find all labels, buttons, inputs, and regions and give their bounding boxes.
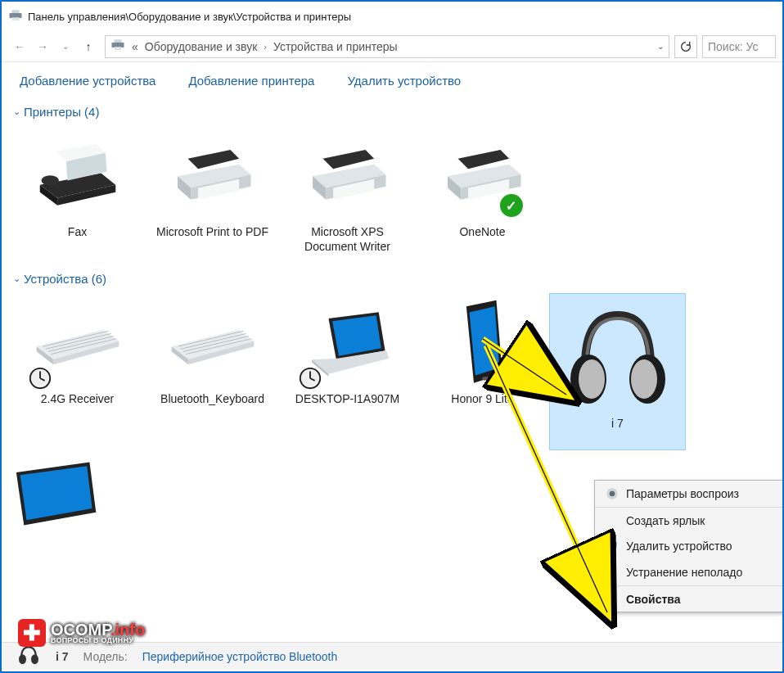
group-title-devices: Устройства (6): [24, 272, 106, 286]
refresh-button[interactable]: [674, 35, 697, 58]
add-device-link[interactable]: Добавление устройства: [20, 74, 155, 88]
menu-item-properties[interactable]: Свойства: [595, 585, 784, 612]
device-item-headphones[interactable]: i 7: [550, 294, 685, 449]
title-bar: Панель управления\Оборудование и звук\Ус…: [2, 2, 782, 31]
device-item-fax[interactable]: Fax: [10, 127, 145, 259]
device-label: Bluetooth_Keyboard: [160, 392, 264, 407]
search-input[interactable]: Поиск: Ус: [702, 35, 776, 58]
device-label: Microsoft Print to PDF: [156, 225, 268, 240]
watermark-suffix: .info: [110, 621, 145, 639]
printer-icon: [168, 132, 258, 222]
svg-rect-1: [12, 10, 20, 13]
command-bar: Добавление устройства Добавление принтер…: [2, 62, 782, 98]
menu-item-playback-params[interactable]: Параметры воспроиз: [595, 481, 784, 507]
device-label: OneNote: [459, 225, 505, 240]
menu-item-create-shortcut[interactable]: Создать ярлык: [595, 507, 784, 533]
svg-rect-2: [12, 17, 20, 20]
phone-icon: [438, 299, 528, 389]
chevron-right-icon: ›: [264, 42, 267, 52]
chevron-down-icon: ⌄: [13, 106, 20, 117]
chevron-down-icon[interactable]: ⌄: [657, 42, 664, 51]
history-dropdown[interactable]: ⌄: [54, 35, 77, 58]
svg-point-57: [579, 359, 605, 399]
device-label: Microsoft XPS Document Writer: [286, 225, 409, 254]
watermark-main: OCOMP: [51, 621, 110, 639]
svg-rect-3: [112, 43, 124, 47]
nav-bar: ← → ⌄ ↑ « Оборудование и звук › Устройст…: [2, 31, 782, 62]
clock-icon: [298, 366, 322, 391]
default-check-icon: ✓: [500, 194, 523, 217]
breadcrumb[interactable]: « Оборудование и звук › Устройства и при…: [105, 35, 669, 58]
chevron-down-icon: ⌄: [13, 273, 20, 284]
group-header-printers[interactable]: ⌄ Принтеры (4): [10, 100, 774, 120]
printers-grid: Fax Microsoft Print to PDF: [10, 120, 774, 267]
device-item-monitor[interactable]: [10, 449, 100, 549]
printer-small-icon: [110, 39, 125, 53]
svg-rect-0: [10, 13, 22, 18]
device-item-receiver[interactable]: 2.4G Receiver: [10, 294, 145, 449]
svg-point-62: [19, 654, 26, 664]
printer-icon: ✓: [438, 132, 528, 222]
search-placeholder: Поиск: Ус: [708, 40, 759, 53]
up-button[interactable]: ↑: [77, 35, 100, 58]
clock-icon: [28, 366, 52, 391]
laptop-icon: [303, 299, 393, 389]
status-bar: i 7 Модель: Периферийное устройство Blue…: [2, 642, 782, 670]
device-label: Fax: [68, 225, 87, 240]
status-model-label: Модель:: [83, 650, 128, 663]
breadcrumb-seg-0[interactable]: Оборудование и звук: [145, 40, 258, 53]
menu-item-troubleshoot[interactable]: Устранение неполадо: [595, 559, 784, 585]
menu-label: Удалить устройство: [626, 540, 732, 553]
breadcrumb-prefix: «: [132, 40, 138, 53]
status-model-value: Периферийное устройство Bluetooth: [142, 650, 338, 663]
device-label: Honor 9 Lite: [451, 392, 513, 407]
group-header-devices[interactable]: ⌄ Устройства (6): [10, 267, 774, 287]
headphones-small-icon: [16, 644, 41, 668]
speaker-icon: [605, 486, 620, 501]
fax-icon: [33, 132, 123, 222]
device-label: 2.4G Receiver: [41, 392, 114, 407]
svg-point-11: [41, 175, 58, 185]
monitor-icon: [10, 454, 100, 544]
device-label: DESKTOP-I1A907M: [295, 392, 399, 407]
svg-point-59: [631, 359, 657, 399]
printer-small-icon: [8, 10, 28, 24]
device-item-print-to-pdf[interactable]: Microsoft Print to PDF: [145, 127, 280, 259]
menu-label: Параметры воспроиз: [626, 487, 739, 500]
menu-label: Свойства: [626, 593, 681, 606]
svg-point-63: [31, 654, 38, 664]
headphones-icon: [561, 299, 675, 413]
shield-icon: [605, 539, 620, 553]
keyboard-icon: [33, 299, 123, 389]
menu-item-remove-device[interactable]: Удалить устройство: [595, 533, 784, 559]
menu-label: Устранение неполадо: [626, 566, 742, 579]
group-title-printers: Принтеры (4): [24, 105, 99, 119]
menu-label: Создать ярлык: [626, 514, 705, 527]
device-item-desktop[interactable]: DESKTOP-I1A907M: [280, 294, 415, 449]
window-title: Панель управления\Оборудование и звук\Ус…: [28, 11, 351, 23]
svg-rect-4: [115, 39, 122, 43]
status-name: i 7: [56, 650, 69, 663]
svg-rect-5: [115, 47, 122, 50]
back-button[interactable]: ←: [8, 35, 31, 58]
device-label: i 7: [611, 417, 624, 431]
keyboard-icon: [168, 299, 258, 389]
context-menu: Параметры воспроиз Создать ярлык Удалить…: [594, 480, 784, 612]
breadcrumb-seg-1[interactable]: Устройства и принтеры: [273, 40, 398, 53]
printer-icon: [303, 132, 393, 222]
device-item-onenote[interactable]: ✓ OneNote: [415, 127, 550, 259]
forward-button[interactable]: →: [31, 35, 54, 58]
device-item-bt-keyboard[interactable]: Bluetooth_Keyboard: [145, 294, 280, 449]
svg-point-55: [482, 377, 489, 381]
device-item-xps[interactable]: Microsoft XPS Document Writer: [280, 127, 415, 259]
delete-device-link[interactable]: Удалить устройство: [347, 74, 461, 88]
device-item-phone[interactable]: Honor 9 Lite: [415, 294, 550, 449]
add-printer-link[interactable]: Добавление принтера: [188, 74, 314, 88]
svg-point-65: [610, 491, 615, 497]
